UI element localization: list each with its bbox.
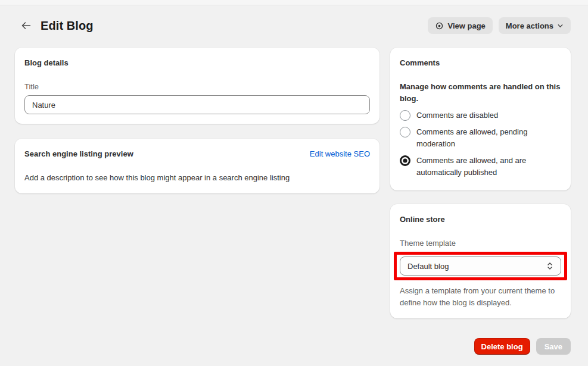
top-bar	[0, 0, 588, 5]
online-store-card: Online store Theme template Default blog…	[390, 204, 571, 318]
back-button[interactable]	[19, 18, 33, 33]
radio-label: Comments are disabled	[416, 110, 498, 121]
view-page-label: View page	[447, 21, 485, 30]
footer-actions: Delete blog Save	[0, 338, 571, 355]
comments-radio-group: Comments are disabled Comments are allow…	[400, 107, 561, 181]
radio-icon[interactable]	[400, 110, 410, 121]
save-button[interactable]: Save	[536, 338, 571, 355]
seo-card: Search engine listing preview Edit websi…	[15, 139, 379, 193]
seo-heading: Search engine listing preview	[24, 148, 133, 160]
back-arrow-icon	[20, 20, 32, 32]
main-content: Blog details Title Search engine listing…	[15, 48, 571, 318]
theme-template-label: Theme template	[400, 237, 561, 249]
radio-option-comments-auto-published[interactable]: Comments are allowed, and are automatica…	[400, 152, 561, 181]
comments-card: Comments Manage how comments are handled…	[390, 48, 571, 190]
theme-template-selected-value: Default blog	[407, 262, 449, 271]
select-updown-icon	[546, 262, 553, 270]
page-title: Edit Blog	[41, 19, 94, 33]
theme-template-select[interactable]: Default blog	[400, 256, 561, 276]
edit-website-seo-link[interactable]: Edit website SEO	[310, 148, 370, 160]
title-label: Title	[24, 81, 370, 93]
more-actions-button[interactable]: More actions	[499, 17, 571, 34]
blog-details-card: Blog details Title	[15, 48, 379, 124]
theme-template-helper-text: Assign a template from your current them…	[400, 285, 561, 309]
annotation-highlight-box: Default blog	[394, 252, 567, 280]
title-input[interactable]	[24, 95, 370, 114]
comments-heading: Comments	[400, 57, 561, 69]
eye-icon	[435, 21, 444, 30]
page-header: Edit Blog View page More actions	[0, 5, 588, 34]
right-column: Comments Manage how comments are handled…	[390, 48, 571, 318]
view-page-button[interactable]: View page	[428, 17, 492, 34]
chevron-down-icon	[557, 23, 564, 29]
radio-icon[interactable]	[400, 127, 410, 137]
radio-label: Comments are allowed, and are automatica…	[416, 155, 561, 179]
left-column: Blog details Title Search engine listing…	[15, 48, 379, 193]
seo-description: Add a description to see how this blog m…	[24, 172, 370, 184]
radio-option-comments-moderated[interactable]: Comments are allowed, pending moderation	[400, 124, 561, 152]
online-store-heading: Online store	[400, 214, 561, 226]
delete-blog-button[interactable]: Delete blog	[474, 338, 530, 355]
radio-option-comments-disabled[interactable]: Comments are disabled	[400, 107, 561, 124]
radio-label: Comments are allowed, pending moderation	[416, 126, 561, 150]
comments-description: Manage how comments are handled on this …	[400, 81, 561, 105]
radio-selected-icon[interactable]	[400, 155, 410, 166]
more-actions-label: More actions	[506, 21, 553, 30]
blog-details-heading: Blog details	[24, 57, 370, 69]
